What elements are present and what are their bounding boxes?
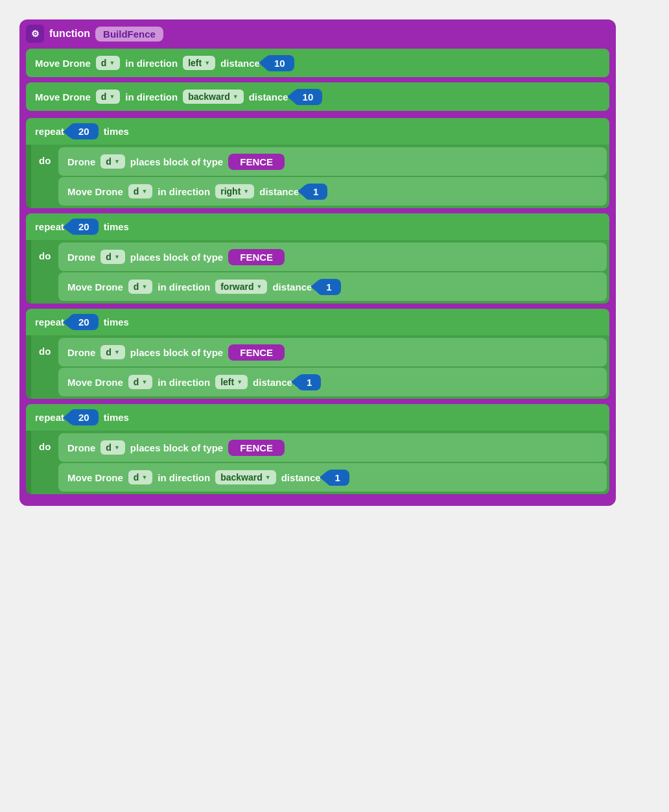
in-dir-m1: in direction (158, 186, 210, 197)
repeat-body-3: do Drone d places block of type FENCE Mo… (26, 335, 609, 399)
fence-badge-2[interactable]: FENCE (228, 249, 285, 265)
repeat-header-2: repeat 20 times (26, 213, 609, 240)
move-inner-text-4: Move Drone (67, 472, 123, 483)
move-inner-text-2: Move Drone (67, 281, 123, 293)
dist-val-m3[interactable]: 1 (298, 374, 321, 390)
dist-val-m4[interactable]: 1 (326, 470, 349, 486)
repeat-label-4: repeat (35, 412, 64, 423)
repeat-body-2: do Drone d places block of type FENCE Mo… (26, 240, 609, 304)
drone-text-p1: Drone (67, 156, 95, 167)
repeat-block-1: repeat 20 times do Drone d places block … (26, 118, 609, 208)
repeat-header-4: repeat 20 times (26, 404, 609, 431)
drone-text-p4: Drone (67, 442, 95, 453)
drone-text-p2: Drone (67, 252, 95, 263)
drone-dropdown-2[interactable]: d (96, 90, 120, 104)
place-block-4[interactable]: Drone d places block of type FENCE (58, 433, 607, 462)
dist-label-m2: distance (272, 281, 312, 293)
fence-badge-3[interactable]: FENCE (228, 344, 285, 361)
repeat-inner-4: Drone d places block of type FENCE Move … (58, 433, 607, 492)
places-text-p3: places block of type (130, 347, 223, 358)
repeat-label-2: repeat (35, 221, 64, 232)
do-label-2: do (36, 243, 54, 261)
drone-dd-m4[interactable]: d (128, 470, 152, 484)
repeat-header-3: repeat 20 times (26, 309, 609, 335)
move-block-1[interactable]: Move Drone d in direction left distance … (26, 49, 609, 77)
place-block-3[interactable]: Drone d places block of type FENCE (58, 338, 607, 366)
move-inner-1[interactable]: Move Drone d in direction right distance… (58, 177, 607, 206)
function-icon: ⚙ (26, 25, 44, 43)
fence-badge-4[interactable]: FENCE (228, 440, 285, 456)
move-inner-3[interactable]: Move Drone d in direction left distance … (58, 368, 607, 396)
move-inner-text-3: Move Drone (67, 377, 123, 388)
repeat-label-3: repeat (35, 316, 64, 328)
repeat-count-1[interactable]: 20 (69, 123, 99, 139)
do-label-1: do (36, 147, 54, 166)
drone-dd-p2[interactable]: d (100, 250, 124, 264)
places-text-p2: places block of type (130, 252, 223, 263)
distance-value-1[interactable]: 10 (265, 55, 294, 71)
dir-dd-m4[interactable]: backward (215, 470, 276, 484)
function-header: ⚙ function BuildFence (26, 25, 609, 43)
do-label-3: do (36, 338, 54, 357)
repeat-body-1: do Drone d places block of type FENCE Mo… (26, 145, 609, 208)
drone-dd-m1[interactable]: d (128, 184, 152, 198)
drone-dd-m3[interactable]: d (128, 375, 152, 389)
dist-label-m3: distance (253, 377, 292, 388)
distance-value-2[interactable]: 10 (294, 89, 323, 105)
places-text-p1: places block of type (130, 156, 223, 167)
move-text-2: Move Drone (35, 91, 91, 102)
repeat-body-4: do Drone d places block of type FENCE Mo… (26, 431, 609, 494)
move-block-2[interactable]: Move Drone d in direction backward dista… (26, 82, 609, 111)
fence-badge-1[interactable]: FENCE (228, 154, 285, 170)
distance-label-2: distance (249, 91, 288, 102)
dir-dd-m2[interactable]: forward (215, 280, 267, 294)
move-inner-4[interactable]: Move Drone d in direction backward dista… (58, 463, 607, 492)
in-dir-m2: in direction (158, 281, 210, 293)
in-direction-label-2: in direction (125, 91, 178, 102)
in-direction-label-1: in direction (125, 58, 178, 69)
repeat-inner-3: Drone d places block of type FENCE Move … (58, 338, 607, 396)
function-name-badge[interactable]: BuildFence (95, 27, 163, 42)
dist-label-m1: distance (259, 186, 299, 197)
function-label: function (49, 28, 90, 40)
top-blocks: Move Drone d in direction left distance … (26, 47, 609, 113)
move-text-1: Move Drone (35, 58, 91, 69)
do-label-4: do (36, 433, 54, 452)
drone-dd-p1[interactable]: d (100, 154, 124, 169)
repeat-count-2[interactable]: 20 (69, 219, 99, 235)
times-label-3: times (104, 316, 129, 328)
places-text-p4: places block of type (130, 442, 223, 453)
repeat-block-4: repeat 20 times do Drone d places block … (26, 404, 609, 494)
drone-dropdown-1[interactable]: d (96, 56, 120, 70)
repeat-label-1: repeat (35, 126, 64, 137)
repeat-inner-2: Drone d places block of type FENCE Move … (58, 243, 607, 301)
direction-dropdown-1[interactable]: left (183, 56, 215, 70)
drone-text-p3: Drone (67, 347, 95, 358)
direction-dropdown-2[interactable]: backward (183, 90, 244, 104)
repeat-inner-1: Drone d places block of type FENCE Move … (58, 147, 607, 206)
dist-label-m4: distance (281, 472, 321, 483)
move-inner-2[interactable]: Move Drone d in direction forward distan… (58, 272, 607, 301)
drone-dd-m2[interactable]: d (128, 280, 152, 294)
repeat-header-1: repeat 20 times (26, 118, 609, 145)
dir-dd-m3[interactable]: left (215, 375, 248, 389)
function-block: ⚙ function BuildFence Move Drone d in di… (19, 19, 616, 506)
drone-dd-p3[interactable]: d (100, 345, 124, 359)
dir-dd-m1[interactable]: right (215, 184, 254, 198)
dist-val-m2[interactable]: 1 (317, 279, 340, 295)
repeat-block-3: repeat 20 times do Drone d places block … (26, 309, 609, 399)
place-block-2[interactable]: Drone d places block of type FENCE (58, 243, 607, 271)
dist-val-m1[interactable]: 1 (304, 184, 327, 200)
workspace: ⚙ function BuildFence Move Drone d in di… (13, 13, 622, 512)
repeat-count-4[interactable]: 20 (69, 409, 99, 425)
in-dir-m3: in direction (158, 377, 210, 388)
move-inner-text-1: Move Drone (67, 186, 123, 197)
in-dir-m4: in direction (158, 472, 210, 483)
times-label-1: times (104, 126, 129, 137)
repeat-block-2: repeat 20 times do Drone d places block … (26, 213, 609, 304)
distance-label-1: distance (220, 58, 260, 69)
place-block-1[interactable]: Drone d places block of type FENCE (58, 147, 607, 176)
times-label-4: times (104, 412, 129, 423)
repeat-count-3[interactable]: 20 (69, 314, 99, 330)
drone-dd-p4[interactable]: d (100, 440, 124, 455)
